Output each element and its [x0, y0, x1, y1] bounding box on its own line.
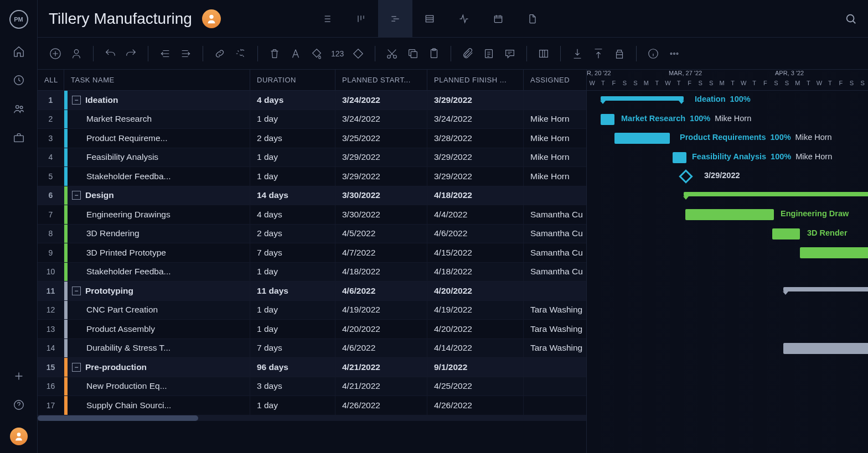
task-name-cell[interactable]: 3D Rendering — [64, 225, 250, 243]
start-cell[interactable]: 3/24/2022 — [335, 110, 427, 129]
assigned-cell[interactable]: Tara Washing — [524, 301, 586, 320]
start-cell[interactable]: 4/6/2022 — [335, 339, 427, 358]
table-row[interactable]: 17 Supply Chain Sourci... 1 day 4/26/202… — [38, 396, 586, 415]
col-start[interactable]: PLANNED START... — [335, 70, 427, 90]
assigned-cell[interactable] — [524, 358, 586, 377]
assigned-cell[interactable] — [524, 186, 586, 205]
gantt-bar[interactable] — [685, 209, 774, 220]
collapse-icon[interactable]: − — [72, 287, 81, 295]
task-name-cell[interactable]: New Production Eq... — [64, 377, 250, 396]
gantt-row[interactable] — [587, 186, 868, 206]
gantt-row[interactable]: Feasibility Analysis100%Mike Horn — [587, 148, 868, 168]
assigned-cell[interactable]: Mike Horn — [524, 110, 586, 129]
task-name-cell[interactable]: Product Assembly — [64, 320, 250, 339]
col-duration[interactable]: DURATION — [250, 70, 335, 90]
view-file[interactable] — [515, 0, 550, 38]
table-row[interactable]: 1 − Ideation 4 days 3/24/2022 3/29/2022 — [38, 91, 586, 110]
more-button[interactable] — [668, 47, 681, 60]
plus-icon[interactable] — [13, 370, 25, 382]
start-cell[interactable]: 3/25/2022 — [335, 129, 427, 148]
start-cell[interactable]: 4/26/2022 — [335, 396, 427, 415]
table-row[interactable]: 8 3D Rendering 2 days 4/5/2022 4/6/2022 … — [38, 225, 586, 244]
gantt-row[interactable]: Market Research100%Mike Horn — [587, 110, 868, 129]
task-name-cell[interactable]: CNC Part Creation — [64, 301, 250, 320]
milestone-button[interactable] — [352, 47, 365, 60]
duration-cell[interactable]: 1 day — [250, 301, 335, 320]
gantt-bar[interactable] — [601, 114, 614, 125]
table-row[interactable]: 6 − Design 14 days 3/30/2022 4/18/2022 — [38, 186, 586, 206]
table-row[interactable]: 10 Stakeholder Feedba... 1 day 4/18/2022… — [38, 263, 586, 282]
start-cell[interactable]: 4/21/2022 — [335, 377, 427, 396]
duration-cell[interactable]: 4 days — [250, 205, 335, 224]
assigned-cell[interactable]: Tara Washing — [524, 339, 586, 358]
unlink-button[interactable] — [234, 47, 247, 60]
finish-cell[interactable]: 4/25/2022 — [427, 377, 524, 396]
start-cell[interactable]: 4/21/2022 — [335, 358, 427, 377]
fill-button[interactable] — [310, 47, 323, 60]
gantt-bar[interactable] — [772, 228, 800, 239]
assigned-cell[interactable] — [524, 377, 586, 396]
assigned-cell[interactable]: Mike Horn — [524, 167, 586, 186]
gantt-row[interactable] — [587, 377, 868, 397]
duration-cell[interactable]: 96 days — [250, 358, 335, 377]
collapse-icon[interactable]: − — [72, 363, 81, 372]
gantt-row[interactable] — [587, 320, 868, 339]
gantt-row[interactable]: 3D Render — [587, 225, 868, 244]
start-cell[interactable]: 3/30/2022 — [335, 205, 427, 224]
export-button[interactable] — [592, 47, 605, 60]
finish-cell[interactable]: 4/6/2022 — [427, 225, 524, 243]
collapse-icon[interactable]: − — [72, 191, 81, 200]
finish-cell[interactable]: 9/1/2022 — [427, 358, 524, 377]
assigned-cell[interactable]: Samantha Cu — [524, 243, 586, 262]
gantt-row[interactable] — [587, 396, 868, 415]
assigned-cell[interactable]: Samantha Cu — [524, 225, 586, 243]
duration-cell[interactable]: 1 day — [250, 167, 335, 186]
assigned-cell[interactable]: Mike Horn — [524, 129, 586, 148]
task-name-cell[interactable]: Product Requireme... — [64, 129, 250, 148]
gantt-row[interactable]: 3/29/2022 — [587, 167, 868, 186]
duration-cell[interactable]: 7 days — [250, 243, 335, 262]
duration-cell[interactable]: 2 days — [250, 225, 335, 243]
finish-cell[interactable]: 3/29/2022 — [427, 148, 524, 167]
cut-button[interactable] — [385, 47, 399, 60]
view-activity[interactable] — [447, 0, 481, 38]
table-row[interactable]: 13 Product Assembly 1 day 4/20/2022 4/20… — [38, 320, 586, 339]
assigned-cell[interactable]: Mike Horn — [524, 148, 586, 167]
start-cell[interactable]: 3/29/2022 — [335, 167, 427, 186]
indent-button[interactable] — [179, 47, 193, 60]
assigned-cell[interactable] — [524, 282, 586, 300]
undo-button[interactable] — [104, 47, 117, 60]
gantt-row[interactable] — [587, 301, 868, 320]
duration-cell[interactable]: 1 day — [250, 320, 335, 339]
collapse-icon[interactable]: − — [72, 96, 81, 105]
finish-cell[interactable]: 4/26/2022 — [427, 396, 524, 415]
duration-cell[interactable]: 2 days — [250, 129, 335, 148]
numbering-button[interactable]: 123 — [331, 49, 344, 58]
gantt-row[interactable] — [587, 339, 868, 358]
finish-cell[interactable]: 4/15/2022 — [427, 243, 524, 262]
task-name-cell[interactable]: Engineering Drawings — [64, 205, 250, 224]
view-board[interactable] — [344, 0, 378, 38]
gantt-row[interactable] — [587, 282, 868, 301]
start-cell[interactable]: 4/20/2022 — [335, 320, 427, 339]
view-list[interactable] — [309, 0, 344, 38]
start-cell[interactable]: 3/24/2022 — [335, 91, 427, 110]
columns-button[interactable] — [537, 47, 550, 60]
finish-cell[interactable]: 3/28/2022 — [427, 129, 524, 148]
milestone-icon[interactable] — [679, 169, 693, 183]
gantt-row[interactable]: Product Requirements100%Mike Horn — [587, 129, 868, 148]
col-task[interactable]: TASK NAME — [64, 70, 250, 90]
finish-cell[interactable]: 3/24/2022 — [427, 110, 524, 129]
task-name-cell[interactable]: − Pre-production — [64, 358, 250, 377]
start-cell[interactable]: 4/18/2022 — [335, 263, 427, 282]
finish-cell[interactable]: 3/29/2022 — [427, 91, 524, 110]
comment-button[interactable] — [503, 47, 516, 60]
duration-cell[interactable]: 1 day — [250, 396, 335, 415]
task-name-cell[interactable]: Supply Chain Sourci... — [64, 396, 250, 415]
assigned-cell[interactable] — [524, 396, 586, 415]
start-cell[interactable]: 3/29/2022 — [335, 148, 427, 167]
table-row[interactable]: 4 Feasibility Analysis 1 day 3/29/2022 3… — [38, 148, 586, 168]
start-cell[interactable]: 4/5/2022 — [335, 225, 427, 243]
duration-cell[interactable]: 1 day — [250, 148, 335, 167]
finish-cell[interactable]: 4/19/2022 — [427, 301, 524, 320]
